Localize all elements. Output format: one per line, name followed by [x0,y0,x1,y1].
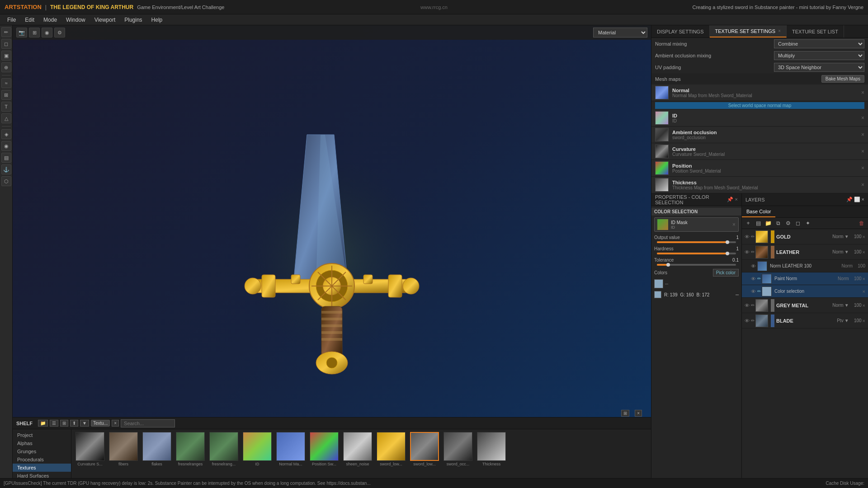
normal-mixing-select[interactable]: Combine [774,39,864,48]
shelf-item-position[interactable]: Position Sw... [308,432,340,466]
shelf-item-id[interactable]: ID [241,432,273,466]
sublayer-paint-norm[interactable]: 👁 ✏ Paint Norm Norm 100 × [742,272,868,285]
paint-norm-vis[interactable]: 👁 [751,276,756,282]
shelf-filter[interactable]: ▼ [80,420,89,427]
hardness-slider[interactable] [657,253,736,254]
add-folder-btn[interactable]: 📁 [764,219,773,228]
tool-anchor[interactable]: ⚓ [1,164,11,174]
blade-remove[interactable]: × [863,318,865,324]
output-value-slider[interactable] [657,241,736,243]
gold-vis-icon[interactable]: 👁 [745,234,750,239]
shelf-list-view[interactable]: ☰ [50,420,58,427]
tolerance-slider[interactable] [657,264,736,266]
tool-text[interactable]: T [1,102,11,112]
tool-smudge[interactable]: ≈ [1,78,11,88]
tab-texture-close[interactable]: × [778,28,781,33]
shelf-item-sheennoise[interactable]: sheen_noise [342,432,373,466]
shelf-item-fibers[interactable]: fibers [108,432,139,466]
tool-layer[interactable]: ▤ [1,153,11,163]
layers-expand-icon[interactable]: ⬜ [854,197,860,202]
leather-remove[interactable]: × [863,249,865,255]
properties-pin-icon[interactable]: 📌 [727,197,733,202]
menu-window[interactable]: Window [61,17,90,23]
shelf-grid-view[interactable]: ⊞ [60,420,68,427]
shelf-item-swordocc[interactable]: sword_occ... [442,432,474,466]
shelf-item-curvature[interactable]: Curvature S... [74,432,106,466]
tool-bake[interactable]: ◈ [1,129,11,139]
menu-mode[interactable]: Mode [39,17,61,23]
layer-leather[interactable]: 👁 ✏ LEATHER Norm ▼ 100 × [742,244,868,260]
layer-settings-btn[interactable]: ⚙ [783,219,793,228]
position-map-remove[interactable]: × [861,165,864,171]
tool-paint[interactable]: ✏ [1,27,11,37]
blade-vis-icon[interactable]: 👁 [745,318,750,324]
shelf-item-fresnelranges1[interactable]: fresnelranges [175,432,206,466]
tool-clone[interactable]: ⊞ [1,90,11,100]
gold-remove[interactable]: × [863,234,865,239]
shelf-search-input[interactable] [121,419,175,427]
bake-mesh-maps-btn[interactable]: Bake Mesh Maps [821,75,864,83]
delete-layer-btn[interactable]: 🗑 [857,219,866,228]
id-mask-remove[interactable]: × [732,221,736,228]
paint-norm-remove[interactable]: × [863,276,865,282]
sublayer-color-selection[interactable]: 👁 ✏ Color selection × [742,285,868,298]
menu-plugins[interactable]: Plugins [120,17,146,23]
shelf-item-normalma[interactable]: Normal Ma... [275,432,307,466]
tool-polygon[interactable]: △ [1,113,11,123]
layer-mask-btn[interactable]: ◻ [793,219,802,228]
tab-display-settings[interactable]: DISPLAY SETTINGS [651,25,710,38]
layer-effect-btn[interactable]: ✦ [803,219,812,228]
menu-edit[interactable]: Edit [20,17,39,23]
add-paint-layer-btn[interactable]: + [744,219,753,228]
layers-pin-icon[interactable]: 📌 [846,197,853,202]
id-map-remove[interactable]: × [861,115,864,121]
tool-geo[interactable]: ⬡ [1,176,11,186]
shelf-grid-toggle[interactable]: ⊞ [621,410,629,417]
shelf-item-swordlow2[interactable]: sword_low... [409,432,440,466]
color-sel-remove[interactable]: × [863,289,865,294]
tool-select[interactable]: ⊕ [1,62,11,72]
ao-mixing-select[interactable]: Multiply [774,51,864,60]
shelf-cat-project[interactable]: Project [13,431,71,439]
grey-vis-icon[interactable]: 👁 [745,303,750,308]
shelf-item-fresnelranges2[interactable]: fresnelrang... [208,432,240,466]
layer-gold[interactable]: 👁 ✏ GOLD Norm ▼ 100 × [742,229,868,244]
grey-remove[interactable]: × [863,303,865,308]
shelf-cat-alphas[interactable]: Alphas [13,439,71,447]
shelf-close-filter[interactable]: × [112,420,119,427]
rgb-expand-icon[interactable]: ─ [736,292,739,297]
normal-map-remove[interactable]: × [861,89,864,96]
tool-erase[interactable]: ◻ [1,39,11,49]
shelf-new-folder[interactable]: 📁 [38,420,48,427]
layer-grey-metal[interactable]: 👁 ✏ GREY METAL Norm ▼ 100 × [742,298,868,313]
tab-texture-set-list[interactable]: TEXTURE SET LIST [787,25,844,38]
shelf-cat-procedurals[interactable]: Procedurals [13,455,71,464]
norm-leather-vis[interactable]: 👁 [751,263,756,269]
tool-fill[interactable]: ▣ [1,51,11,61]
pick-color-btn[interactable]: Pick color [713,269,739,277]
shelf-close-btn[interactable]: × [635,410,642,417]
ao-map-remove[interactable]: × [861,131,864,138]
curvature-map-remove[interactable]: × [861,148,864,155]
properties-close-icon[interactable]: × [735,197,738,202]
leather-vis-icon[interactable]: 👁 [745,249,750,255]
layer-blade[interactable]: 👁 ✏ BLADE Ptv ▼ 100 × [742,313,868,328]
menu-viewport[interactable]: Viewport [90,17,120,23]
shelf-cat-grunges[interactable]: Grunges [13,447,71,455]
thickness-map-remove[interactable]: × [861,182,864,188]
add-fill-layer-btn[interactable]: ▤ [754,219,763,228]
layers-close-icon[interactable]: × [862,197,864,202]
shelf-item-swordlow1[interactable]: sword_low... [375,432,407,466]
tab-texture-set-settings[interactable]: TEXTURE SET SETTINGS × [710,25,787,38]
tab-base-color[interactable]: Base Color [742,206,775,217]
shelf-import[interactable]: ⬆ [70,420,78,427]
tool-material[interactable]: ◉ [1,141,11,151]
shelf-cat-textures[interactable]: Textures [13,464,71,472]
color-sel-vis[interactable]: 👁 [751,289,756,294]
shelf-item-flakes[interactable]: flakes [141,432,173,466]
world-space-normal-btn[interactable]: Select world space normal map [655,102,864,109]
menu-help[interactable]: Help [147,17,167,23]
color-swatch[interactable] [654,279,663,288]
shelf-filter-label[interactable]: Textu... [91,420,110,427]
menu-file[interactable]: File [3,17,20,23]
